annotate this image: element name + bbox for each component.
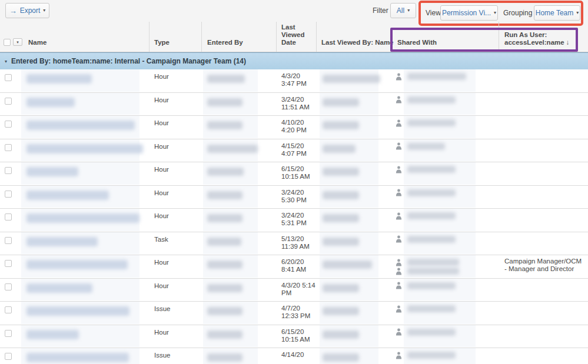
last-viewed-by-redacted-cell xyxy=(320,302,378,324)
entered-by-redaction-bar xyxy=(207,284,242,292)
row-checkbox[interactable] xyxy=(5,260,12,267)
person-icon xyxy=(396,189,402,196)
shared-with-redaction-bar xyxy=(407,212,456,219)
shared-with-entry xyxy=(396,165,456,173)
row-checkbox[interactable] xyxy=(5,306,12,313)
table-row: Issue 4/14/20 xyxy=(0,348,588,364)
last-viewed-by-redaction-bar xyxy=(323,284,359,292)
person-icon xyxy=(396,166,402,173)
name-redaction-bar xyxy=(26,213,139,223)
row-checkbox[interactable] xyxy=(5,144,12,151)
row-checkbox[interactable] xyxy=(5,237,12,244)
name-redacted-cell xyxy=(21,279,139,301)
name-redacted-cell xyxy=(21,69,139,92)
name-redacted-cell xyxy=(21,325,139,348)
name-redaction-bar xyxy=(26,121,135,130)
shared-with-redaction-bar xyxy=(407,96,456,103)
entered-by-redacted-cell xyxy=(203,325,258,348)
row-checkbox[interactable] xyxy=(5,283,12,290)
person-icon xyxy=(396,259,402,266)
row-checkbox[interactable] xyxy=(5,213,12,221)
collapse-triangle-icon[interactable]: ▾ xyxy=(5,59,7,64)
row-checkbox[interactable] xyxy=(5,330,12,337)
view-dropdown[interactable]: Permission Vi... ▾ xyxy=(440,5,498,21)
date-line-1: 4/14/20 xyxy=(281,351,318,359)
name-redacted-cell xyxy=(21,139,139,162)
grouping-dropdown[interactable]: Home Team ▾ xyxy=(534,5,580,21)
entered-by-redacted-cell xyxy=(203,186,258,208)
toolbar-and-header: → Export ▾ Filter All ▾ View Permission … xyxy=(0,0,588,52)
date-line-2: 5:30 PM xyxy=(281,196,318,204)
type-cell: Hour xyxy=(154,329,169,336)
row-checkbox[interactable] xyxy=(5,74,12,81)
group-header-label: Entered By: homeTeam:name: Internal - Ca… xyxy=(11,57,246,65)
date-line-2: 3:47 PM xyxy=(281,80,318,88)
person-icon xyxy=(396,305,402,313)
select-all-checkbox[interactable] xyxy=(4,39,11,46)
person-icon xyxy=(396,282,402,289)
column-header-shared-with[interactable]: Shared With xyxy=(397,39,437,46)
last-viewed-by-redacted-cell xyxy=(320,69,378,92)
table-row: Hour 4/10/20 4:20 PM xyxy=(0,116,588,139)
person-icon xyxy=(396,352,402,359)
last-viewed-date-cell: 4/3/20 5:14 PM xyxy=(281,282,318,297)
type-cell: Hour xyxy=(154,119,169,127)
shared-with-redaction-bar xyxy=(407,282,456,289)
table-row: Hour 3/24/20 11:51 AM xyxy=(0,93,588,116)
column-header-type[interactable]: Type xyxy=(154,39,170,46)
table-row: Hour 3/24/20 5:31 PM xyxy=(0,209,588,232)
name-redacted-cell xyxy=(21,232,139,255)
entered-by-redacted-cell xyxy=(203,69,258,92)
row-checkbox[interactable] xyxy=(5,353,12,360)
type-cell: Issue xyxy=(154,352,171,359)
column-header-last-viewed-date[interactable]: Last Viewed Date xyxy=(281,24,311,46)
last-viewed-by-redaction-bar xyxy=(323,191,359,199)
date-line-2: 12:33 PM xyxy=(281,312,318,320)
last-viewed-by-redaction-bar xyxy=(323,307,359,315)
row-checkbox[interactable] xyxy=(5,98,12,105)
view-dropdown-value: Permission Vi... xyxy=(442,9,491,17)
person-icon xyxy=(396,73,402,81)
group-header-row[interactable]: ▾ Entered By: homeTeam:name: Internal - … xyxy=(0,52,588,69)
shared-with-entry xyxy=(396,235,456,243)
name-redaction-bar xyxy=(26,144,143,153)
select-menu-dropdown[interactable]: ▾ xyxy=(13,38,22,46)
last-viewed-by-redacted-cell xyxy=(320,348,378,364)
shared-with-redaction-bar xyxy=(407,236,456,243)
type-cell: Issue xyxy=(154,305,171,313)
type-cell: Hour xyxy=(154,212,169,220)
last-viewed-by-redaction-bar xyxy=(323,330,359,339)
date-line-1: 6/15/20 xyxy=(281,328,318,336)
column-header-entered-by[interactable]: Entered By xyxy=(207,39,243,46)
name-redaction-bar xyxy=(26,167,78,176)
date-line-1: 3/24/20 xyxy=(281,189,318,196)
export-button[interactable]: → Export ▾ xyxy=(5,3,49,18)
column-header-run-as-user[interactable]: Run As User: accessLevel:name ↓ xyxy=(504,31,570,46)
column-header-last-viewed-by[interactable]: Last Viewed By: Name xyxy=(321,39,394,46)
name-redaction-bar xyxy=(26,353,129,362)
last-viewed-by-redaction-bar xyxy=(323,261,372,269)
last-viewed-date-cell: 3/24/20 11:51 AM xyxy=(281,96,318,111)
column-header-name[interactable]: Name xyxy=(28,39,46,46)
last-viewed-by-redacted-cell xyxy=(320,139,378,162)
person-icon xyxy=(396,235,402,243)
entered-by-redacted-cell xyxy=(203,162,258,185)
row-checkbox[interactable] xyxy=(5,121,12,128)
last-viewed-by-redacted-cell xyxy=(320,93,378,115)
last-viewed-by-redaction-bar xyxy=(323,168,359,176)
last-viewed-by-redaction-bar xyxy=(323,98,359,106)
shared-with-entries xyxy=(396,165,456,173)
row-checkbox[interactable] xyxy=(5,191,12,198)
table-row: Hour 4/3/20 5:14 PM xyxy=(0,279,588,302)
last-viewed-date-cell: 3/24/20 5:30 PM xyxy=(281,189,318,204)
shared-with-entry xyxy=(396,72,466,81)
shared-with-redaction-bar xyxy=(407,166,456,173)
shared-with-redaction-bar xyxy=(407,329,456,336)
chevron-down-icon: ▾ xyxy=(494,11,496,15)
date-line-2: 11:51 AM xyxy=(281,103,318,111)
date-line-2: 4:20 PM xyxy=(281,126,318,134)
row-checkbox[interactable] xyxy=(5,167,12,174)
type-cell: Hour xyxy=(154,143,169,151)
filter-dropdown[interactable]: All ▾ xyxy=(390,3,416,18)
last-viewed-by-redacted-cell xyxy=(320,162,378,185)
